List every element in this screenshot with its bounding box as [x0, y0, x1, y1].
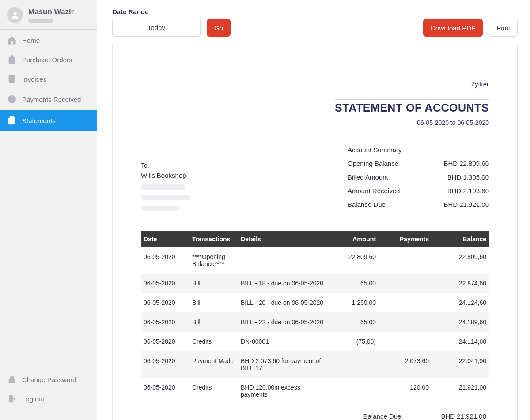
summary-row: Amount Received BHD 2.193,60: [348, 187, 489, 195]
sidebar-item-purchase-orders[interactable]: Purchase Orders: [0, 50, 97, 69]
summary-value: BHD 2.193,60: [447, 187, 489, 195]
document-copy-icon: [7, 116, 17, 125]
cell-payments: [379, 293, 432, 312]
cell-details: BILL - 20 - due on 06-05-2020: [238, 293, 330, 312]
cell-details: BHD 2,073,60 for payment of BILL-17: [238, 351, 330, 378]
statement-card: Zylker STATEMENT OF ACCOUNTS 06-05-2020 …: [112, 45, 518, 420]
sidebar-item-payments-received[interactable]: Payments Received: [0, 89, 97, 110]
company-name: Zylker: [141, 80, 489, 88]
sidebar-item-label: Log out: [22, 395, 44, 403]
column-txn: Transactions: [189, 231, 238, 247]
cell-date: 06-05-2020: [141, 247, 189, 274]
sidebar-item-log-out[interactable]: Log out: [0, 389, 97, 409]
column-details: Details: [238, 231, 330, 247]
balance-due-footer: Balance Due BHD 21.921,00: [141, 409, 489, 420]
cell-details: BILL - 18 - due on 06-05-2020: [238, 274, 330, 293]
cell-date: 06-05-2020: [141, 293, 189, 312]
table-row: 06-05-2020CreditsBHD 120,00in excess pay…: [141, 378, 489, 404]
cell-payments: 120,00: [379, 378, 432, 404]
table-row: 06-05-2020Payment MadeBHD 2,073,60 for p…: [141, 351, 489, 378]
to-name: Wills Bookshop: [141, 172, 321, 179]
sidebar-item-home[interactable]: Home: [0, 30, 97, 50]
sidebar-bottom: Change Password Log out: [0, 370, 97, 420]
cell-balance: 22.809,60: [432, 247, 489, 274]
account-summary: Account Summary Opening Balance BHD 22.8…: [348, 146, 489, 214]
main: Date Range Today Go Download PDF Print Z…: [97, 0, 530, 420]
summary-row: Billed Amount BHD 1.305,00: [348, 173, 489, 181]
cell-amount: 22.809,60: [330, 247, 379, 274]
home-icon: [7, 35, 17, 45]
table-row: 06-05-2020BillBILL - 22 - due on 06-05-2…: [141, 312, 489, 332]
download-pdf-button[interactable]: Download PDF: [423, 19, 483, 37]
sidebar-item-statements[interactable]: Statements: [0, 110, 97, 131]
svg-rect-1: [9, 57, 15, 63]
user-block: Masun Wazir: [0, 0, 97, 30]
cell-amount: (75,00): [330, 332, 379, 351]
column-amount: Amount: [330, 231, 379, 247]
cell-amount: [330, 351, 379, 378]
statement-head: STATEMENT OF ACCOUNTS 06-05-2020 to 06-0…: [141, 99, 489, 129]
cell-balance: 24.124,60: [432, 293, 489, 312]
statement-period: 06-05-2020 to 06-05-2020: [354, 119, 489, 129]
print-button[interactable]: Print: [489, 19, 518, 37]
sidebar-item-label: Change Password: [22, 376, 76, 383]
sidebar-item-label: Statements: [22, 117, 56, 124]
go-button[interactable]: Go: [207, 19, 231, 37]
cell-balance: 22.874,60: [432, 274, 489, 293]
cell-details: BHD 120,00in excess payments: [238, 378, 330, 404]
sidebar-item-label: Invoices: [22, 75, 46, 83]
cell-txn: Bill: [189, 293, 238, 312]
cell-amount: [330, 378, 379, 404]
statement-title: STATEMENT OF ACCOUNTS: [335, 99, 489, 116]
summary-label: Billed Amount: [348, 173, 388, 181]
address-placeholder: [141, 184, 185, 190]
address-placeholder: [141, 206, 180, 211]
cell-txn: ****Opening Balance****: [189, 247, 238, 274]
toolbar: Today Go Download PDF Print: [112, 19, 518, 37]
cell-payments: 2.073,60: [379, 351, 432, 378]
cell-balance: 21.921,00: [432, 378, 489, 404]
cell-txn: Credits: [189, 378, 238, 404]
summary-value: BHD 22.809,60: [443, 160, 489, 167]
cell-balance: 24.189,60: [432, 312, 489, 332]
cell-txn: Bill: [189, 312, 238, 332]
summary-value: BHD 21.921,00: [443, 201, 489, 208]
cell-payments: [379, 312, 432, 332]
svg-rect-4: [9, 379, 15, 382]
table-row: 06-05-2020BillBILL - 18 - due on 06-05-2…: [141, 274, 489, 293]
cell-payments: [379, 332, 432, 351]
cell-txn: Credits: [189, 332, 238, 351]
cell-details: [238, 247, 330, 274]
cell-payments: [379, 274, 432, 293]
sidebar-item-label: Home: [22, 37, 40, 44]
transactions-table: Date Transactions Details Amount Payment…: [141, 231, 489, 404]
sidebar-item-label: Payments Received: [22, 96, 81, 103]
date-range-select[interactable]: Today: [112, 19, 201, 37]
summary-value: BHD 1.305,00: [447, 173, 489, 181]
sidebar: Masun Wazir Home Purchase Orders: [0, 0, 97, 420]
cell-date: 06-05-2020: [141, 332, 189, 351]
lock-icon: [7, 375, 17, 384]
cell-amount: 1.250,00: [330, 293, 379, 312]
sidebar-item-invoices[interactable]: Invoices: [0, 69, 97, 89]
summary-label: Balance Due: [348, 201, 386, 208]
cell-amount: 65,00: [330, 274, 379, 293]
logout-icon: [7, 394, 17, 404]
sidebar-item-label: Purchase Orders: [22, 56, 72, 64]
bag-icon: [7, 55, 17, 64]
invoice-icon: [7, 74, 17, 84]
table-row: 06-05-2020BillBILL - 20 - due on 06-05-2…: [141, 293, 489, 312]
column-balance: Balance: [432, 231, 489, 247]
cell-payments: [379, 247, 432, 274]
cell-details: DN-00001: [238, 332, 330, 351]
sidebar-item-change-password[interactable]: Change Password: [0, 370, 97, 389]
balance-due-label: Balance Due: [363, 412, 401, 420]
avatar: [7, 7, 23, 23]
cell-txn: Bill: [189, 274, 238, 293]
user-name: Masun Wazir: [28, 8, 74, 16]
table-row: 06-05-2020****Opening Balance****22.809,…: [141, 247, 489, 274]
cell-date: 06-05-2020: [141, 378, 189, 404]
address-placeholder: [141, 195, 190, 200]
summary-label: Amount Received: [348, 187, 400, 195]
cell-balance: 24.114,60: [432, 332, 489, 351]
